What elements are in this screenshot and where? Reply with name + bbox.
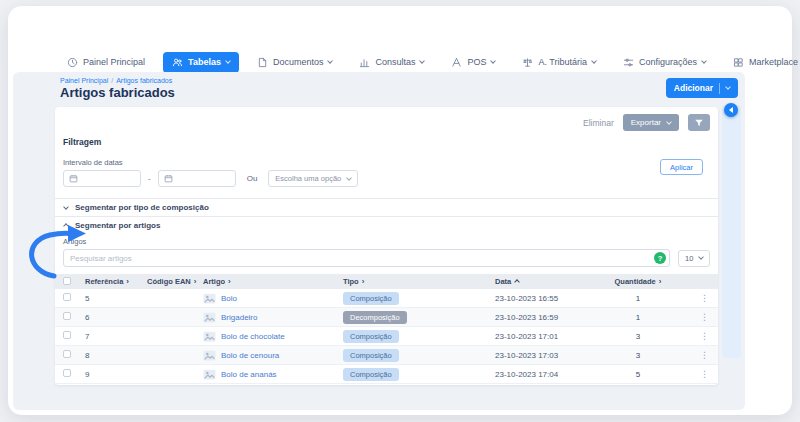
chevron-up-icon xyxy=(63,223,69,229)
row-checkbox[interactable] xyxy=(63,293,71,301)
nav-item-tabelas[interactable]: Tabelas xyxy=(163,52,239,73)
chevron-down-icon xyxy=(666,119,672,125)
table-header: Referência› Código EAN› Artigo› Tipo› Da… xyxy=(55,274,718,289)
sort-icon: › xyxy=(194,277,197,286)
nav-label: POS xyxy=(467,57,486,67)
cell-quantity: 5 xyxy=(609,370,667,379)
nav-label: Configurações xyxy=(639,57,697,67)
header-ean[interactable]: Código EAN› xyxy=(147,277,203,286)
section-label: Segmentar por tipo de composição xyxy=(75,203,209,212)
option-select[interactable]: Escolha uma opção xyxy=(268,170,358,187)
cell-reference: 8 xyxy=(85,351,147,360)
section-segment-composition[interactable]: Segmentar por tipo de composição xyxy=(55,199,718,216)
delete-button[interactable]: Eliminar xyxy=(583,118,614,128)
nav-item-marketplace[interactable]: Marketplace xyxy=(724,52,800,73)
cell-date: 23-10-2023 16:59 xyxy=(495,313,609,322)
header-type[interactable]: Tipo› xyxy=(343,277,495,286)
type-badge: Composição xyxy=(343,292,399,305)
breadcrumb-separator: / xyxy=(111,77,113,84)
search-box: ? xyxy=(63,249,670,267)
chevron-down-icon xyxy=(63,204,69,210)
row-checkbox[interactable] xyxy=(63,369,71,377)
segment-sections: Segmentar por tipo de composição Segment… xyxy=(55,198,718,234)
sort-icon: › xyxy=(659,277,662,286)
nav-item-a-tributaria[interactable]: A. Tributária xyxy=(513,52,605,73)
chevron-down-icon xyxy=(591,58,597,64)
row-menu-icon[interactable]: ⋮ xyxy=(700,312,709,322)
article-link[interactable]: Bolo de chocolate xyxy=(221,332,285,341)
calendar-icon xyxy=(69,174,78,183)
table-row[interactable]: 7 Bolo de chocolate Composição 23-10-202… xyxy=(55,327,718,346)
chevron-down-icon xyxy=(328,58,334,64)
cell-quantity: 1 xyxy=(609,294,667,303)
sort-icon: › xyxy=(126,277,129,286)
nav-item-documentos[interactable]: Documentos xyxy=(248,52,342,73)
table-row[interactable]: 5 Bolo Composição 23-10-2023 16:55 1 ⋮ xyxy=(55,289,718,308)
document-icon xyxy=(257,57,268,68)
clock-icon xyxy=(67,57,78,68)
chevron-down-icon xyxy=(491,58,497,64)
users-icon xyxy=(172,57,183,68)
image-placeholder-icon xyxy=(203,293,216,304)
image-placeholder-icon xyxy=(203,312,216,323)
row-menu-icon[interactable]: ⋮ xyxy=(700,293,709,303)
image-placeholder-icon xyxy=(203,350,216,361)
option-select-value: Escolha uma opção xyxy=(275,174,341,183)
nav-label: Documentos xyxy=(273,57,324,67)
header-date[interactable]: Data xyxy=(495,277,609,286)
date-range-row: - Ou Escolha uma opção xyxy=(63,170,710,187)
page-size-select[interactable]: 10 xyxy=(678,250,710,267)
nav-item-configuracoes[interactable]: Configurações xyxy=(614,52,715,73)
cell-reference: 6 xyxy=(85,313,147,322)
nav-item-painel-principal[interactable]: Painel Principal xyxy=(58,52,154,73)
header-quantity[interactable]: Quantidade› xyxy=(609,277,667,286)
grid-icon xyxy=(733,57,744,68)
top-navigation: Painel Principal Tabelas Documentos Cons… xyxy=(58,50,782,74)
breadcrumb: Painel Principal/Artigos fabricados xyxy=(60,77,172,84)
type-badge: Decomposição xyxy=(343,311,407,324)
article-link[interactable]: Bolo xyxy=(221,294,237,303)
nav-label: Marketplace xyxy=(749,57,798,67)
table-row[interactable]: 9 Bolo de ananás Composição 23-10-2023 1… xyxy=(55,365,718,384)
nav-item-pos[interactable]: POS xyxy=(442,52,504,73)
article-link[interactable]: Brigadeiro xyxy=(221,313,257,322)
table-row[interactable]: 8 Bolo de cenoura Composição 23-10-2023 … xyxy=(55,346,718,365)
help-icon[interactable]: ? xyxy=(654,252,666,264)
cell-reference: 9 xyxy=(85,370,147,379)
main-card: Eliminar Exportar Filtragem Intervalo de… xyxy=(55,107,718,385)
header-reference[interactable]: Referência› xyxy=(85,277,147,286)
section-label: Segmentar por artigos xyxy=(75,221,160,230)
add-button-label: Adicionar xyxy=(674,83,713,93)
row-menu-icon[interactable]: ⋮ xyxy=(700,350,709,360)
search-input[interactable] xyxy=(64,254,669,263)
article-link[interactable]: Bolo de cenoura xyxy=(221,351,279,360)
date-to-input[interactable] xyxy=(158,170,236,187)
button-divider xyxy=(719,83,720,94)
row-menu-icon[interactable]: ⋮ xyxy=(700,369,709,379)
row-menu-icon[interactable]: ⋮ xyxy=(700,331,709,341)
row-checkbox[interactable] xyxy=(63,312,71,320)
section-segment-articles[interactable]: Segmentar por artigos xyxy=(55,216,718,234)
header-article[interactable]: Artigo› xyxy=(203,277,343,286)
breadcrumb-current: Artigos fabricados xyxy=(116,77,172,84)
date-from-input[interactable] xyxy=(63,170,141,187)
app-window: Painel Principal Tabelas Documentos Cons… xyxy=(8,6,792,415)
filter-button[interactable] xyxy=(688,114,710,131)
chevron-down-icon xyxy=(698,254,704,260)
article-link[interactable]: Bolo de ananás xyxy=(221,370,277,379)
row-checkbox[interactable] xyxy=(63,350,71,358)
funnel-icon xyxy=(694,118,704,128)
export-button-label: Exportar xyxy=(631,118,661,127)
row-checkbox[interactable] xyxy=(63,331,71,339)
panel-collapse-button[interactable] xyxy=(724,103,738,117)
export-button[interactable]: Exportar xyxy=(623,114,679,131)
cell-date: 23-10-2023 17:04 xyxy=(495,370,609,379)
apply-button[interactable]: Aplicar xyxy=(660,159,703,175)
cell-reference: 5 xyxy=(85,294,147,303)
add-button[interactable]: Adicionar xyxy=(666,78,738,98)
cell-quantity: 1 xyxy=(609,313,667,322)
table-row[interactable]: 6 Brigadeiro Decomposição 23-10-2023 16:… xyxy=(55,308,718,327)
select-all-checkbox[interactable] xyxy=(63,277,71,285)
nav-item-consultas[interactable]: Consultas xyxy=(350,52,433,73)
breadcrumb-parent-link[interactable]: Painel Principal xyxy=(60,77,108,84)
